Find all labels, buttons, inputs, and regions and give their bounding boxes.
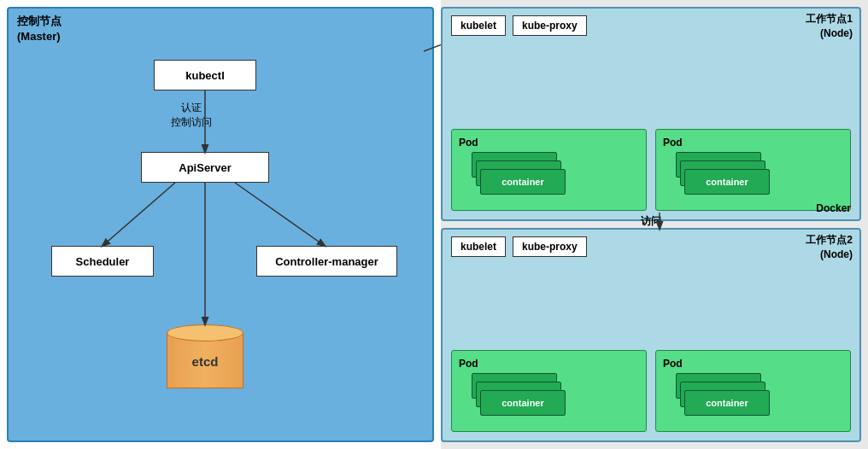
right-panel: 工作节点1 (Node) kubelet kube-proxy Pod cont… (441, 0, 868, 449)
node2-kube-proxy: kube-proxy (513, 236, 587, 257)
apiserver-box: ApiServer (141, 152, 269, 183)
node2-pod1-label: Pod (459, 358, 639, 370)
node1-pod1: Pod container (451, 129, 647, 211)
etcd-container: etcd (167, 324, 243, 393)
auth-label: 认证 控制访问 (171, 101, 212, 130)
svg-line-1 (103, 183, 175, 246)
node1-pod1-container3: container (480, 169, 566, 195)
etcd-label: etcd (167, 354, 243, 369)
etcd-cylinder: etcd (167, 324, 243, 393)
node1-pod2: Pod container (655, 129, 851, 211)
controller-manager-box: Controller-manager (256, 246, 397, 277)
node1-components: kubelet kube-proxy (451, 15, 587, 36)
node2-label: 工作节点2 (Node) (806, 233, 853, 262)
cylinder-top (167, 324, 243, 341)
scheduler-box: Scheduler (51, 246, 154, 277)
node1-docker-label: Docker (816, 202, 851, 214)
master-title: 控制节点 (Master) (17, 14, 62, 44)
node1-pod2-label: Pod (663, 137, 843, 149)
visit-label: 访问 (641, 214, 661, 229)
node1-kubelet: kubelet (451, 15, 506, 36)
master-panel: 控制节点 (Master) kubectl 认证 控制访问 ApiServer … (7, 7, 434, 442)
node2-pod1-stack: container (472, 373, 639, 424)
node1-pod1-stack: container (472, 152, 639, 203)
node1-box: 工作节点1 (Node) kubelet kube-proxy Pod cont… (441, 7, 861, 221)
node1-kube-proxy: kube-proxy (513, 15, 587, 36)
node2-components: kubelet kube-proxy (451, 236, 587, 257)
node2-pod2-label: Pod (663, 358, 843, 370)
node1-label: 工作节点1 (Node) (806, 12, 853, 41)
node2-pod2-stack: container (676, 373, 843, 424)
kubectl-box: kubectl (154, 60, 256, 90)
node2-kubelet: kubelet (451, 236, 506, 257)
main-container: 控制节点 (Master) kubectl 认证 控制访问 ApiServer … (0, 0, 868, 449)
node1-pod1-label: Pod (459, 137, 639, 149)
node1-pods-area: Pod container Pod container (451, 129, 851, 211)
node2-pod1: Pod container (451, 350, 647, 432)
node2-pod2: Pod container (655, 350, 851, 432)
node1-pod2-stack: container (676, 152, 843, 203)
node1-pod2-container3: container (684, 169, 770, 195)
svg-line-2 (235, 183, 325, 246)
node2-pod2-container3: container (684, 390, 770, 416)
node2-pod1-container3: container (480, 390, 566, 416)
node2-pods-area: Pod container Pod container (451, 350, 851, 432)
node2-box: 访问 工作节点2 (Node) kubelet kube-proxy (441, 228, 861, 442)
